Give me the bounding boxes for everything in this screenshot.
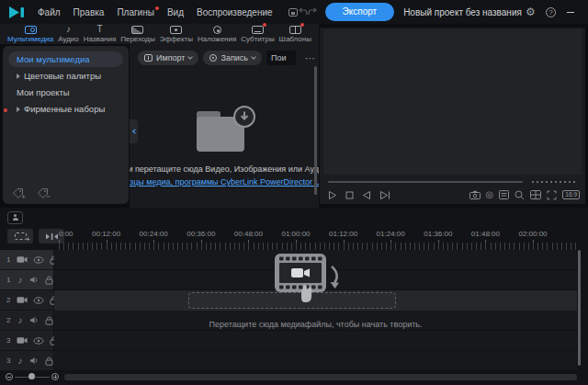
overlays-icon [210,25,223,34]
visibility-eye-icon[interactable] [33,337,44,345]
lock-icon[interactable] [45,357,53,366]
ruler-label: 01:48:00 [471,230,500,238]
track-header-column: 1 1 ♪ 2 [0,250,53,371]
gear-icon[interactable]: ⚙ [522,4,539,20]
zoom-slider-thumb[interactable] [28,373,35,379]
seek-bar[interactable] [328,181,523,183]
mute-speaker-icon[interactable] [29,316,40,324]
save-icon[interactable] [288,4,298,20]
import-folder-icon [192,105,256,156]
video-track-icon [17,336,28,345]
menu-edit[interactable]: Правка [67,5,111,20]
timeline-horizontal-scrollbar[interactable] [64,374,577,380]
track-header-audio-2[interactable]: 2 ♪ [0,311,53,330]
display-panel-icon[interactable] [499,190,509,199]
visibility-eye-icon[interactable] [33,256,44,264]
track-header-video-1[interactable]: 1 [0,250,53,269]
volume-slider[interactable] [532,181,576,183]
menu-view[interactable]: Вид [161,5,190,20]
track-header-audio-1[interactable]: 1 ♪ [0,270,53,289]
tab-transitions[interactable]: Переходы [120,25,155,43]
export-button[interactable]: Экспорт [325,3,395,21]
tab-effects[interactable]: Эффекты [160,25,193,43]
sidebar-item-color-palettes[interactable]: Цветовые палитры [8,68,123,84]
tab-media[interactable]: Мультимедиа [7,25,53,43]
ai-person-tool-button[interactable] [7,211,23,224]
chevron-down-icon [251,54,256,60]
fullscreen-icon[interactable] [547,190,557,200]
maximize-button[interactable] [582,4,588,20]
project-title: Новый проект без названия [403,7,522,17]
media-drop-zone[interactable]: елкните или перетащите сюда Видео, Изобр… [130,105,319,187]
import-button[interactable]: Импорт [138,51,198,65]
menu-plugins[interactable]: Плагины [110,5,161,20]
lock-icon[interactable] [45,316,53,325]
help-icon[interactable]: ? [542,4,560,20]
tab-overlays[interactable]: Наложения [198,25,236,43]
tab-subtitles[interactable]: Субтитры [241,25,274,43]
audio-track-icon: ♪ [17,316,24,325]
track-header-audio-3[interactable]: 3 ♪ [0,351,53,370]
play-button[interactable] [328,190,337,200]
filmstrip-drag-illustration [254,252,356,312]
audio-track-icon: ♪ [17,276,24,285]
preview-panel: ◎ 16:9 [320,28,585,204]
media-library-panel: Импорт Запись ⋯ елкните или перетащите с… [130,44,319,208]
templates-icon [288,25,301,34]
expand-arrow-icon [17,107,20,112]
media-scrollbar[interactable] [314,66,317,195]
snapshot-camera-icon[interactable] [469,190,481,199]
app-window: { "colors": { "accent": "#2e8fee", "sele… [0,0,588,385]
track-header-video-3[interactable]: 3 [0,331,53,350]
ruler-label: 01:24:00 [377,230,405,238]
record-button[interactable]: Запись [203,51,262,65]
person-icon [12,214,18,221]
visibility-eye-icon[interactable] [33,297,44,304]
menu-playback[interactable]: Воспроизведение [190,5,279,20]
add-tag-icon[interactable] [12,187,26,199]
collapse-panel-handle[interactable] [130,119,138,143]
mute-speaker-icon[interactable] [29,357,40,365]
timeline-vertical-scrollbar[interactable] [578,250,581,366]
tag-actions [12,187,51,199]
tab-templates[interactable]: Шаблоны [279,25,311,43]
more-options-icon[interactable]: ⋯ [305,56,316,60]
search-input[interactable] [266,51,296,65]
menu-file[interactable]: Файл [31,5,67,20]
media-icon [24,25,37,34]
sidebar-item-my-projects[interactable]: Мои проекты [8,85,123,100]
audio-icon: ♪ [62,25,74,34]
next-frame-button[interactable] [379,190,390,200]
preview-tools: ◎ 16:9 [469,188,580,201]
timeline-drop-hint: Перетащите сюда медиафайлы, чтобы начать… [54,320,577,329]
lock-icon[interactable] [45,276,53,285]
zoom-out-button[interactable] [6,373,13,380]
timeline-tracks-area[interactable]: Перетащите сюда медиафайлы, чтобы начать… [54,250,577,371]
fit-to-timeline-icon [45,232,59,241]
tab-audio[interactable]: ♪ Аудио [58,25,79,43]
zoom-in-button[interactable] [51,373,59,380]
minimize-button[interactable] [562,4,580,20]
undo-icon[interactable] [298,4,308,20]
sidebar-item-brand-kits[interactable]: Фирменные наборы [8,101,123,117]
tab-titles[interactable]: T Названия [84,25,117,43]
redo-icon[interactable] [308,4,318,20]
transport-controls [328,188,390,201]
stop-button[interactable] [345,191,354,199]
mute-speaker-icon[interactable] [29,276,40,284]
sample-media-link[interactable]: уйте образцы медиа, программы CyberLink … [130,177,319,187]
aspect-ratio-badge[interactable]: 16:9 [562,190,580,200]
zoom-tool-icon[interactable] [514,190,525,200]
chevron-left-icon [132,129,138,134]
split-preview-icon[interactable] [530,190,541,199]
sidebar-item-my-media[interactable]: Мои мультимедиа [8,51,123,67]
track-manager-button[interactable] [7,229,33,243]
remove-tag-icon[interactable] [37,187,51,199]
notification-dot [155,6,159,10]
track-header-video-2[interactable]: 2 [0,290,53,310]
effects-icon [170,25,183,34]
previous-frame-button[interactable] [362,190,371,200]
timeline-ruler[interactable]: 0:0000:12:0000:24:0000:36:0000:48:0001:0… [59,228,577,252]
ruler-minor-ticks [59,243,577,250]
preview-quality-icon[interactable]: ◎ [486,190,494,199]
